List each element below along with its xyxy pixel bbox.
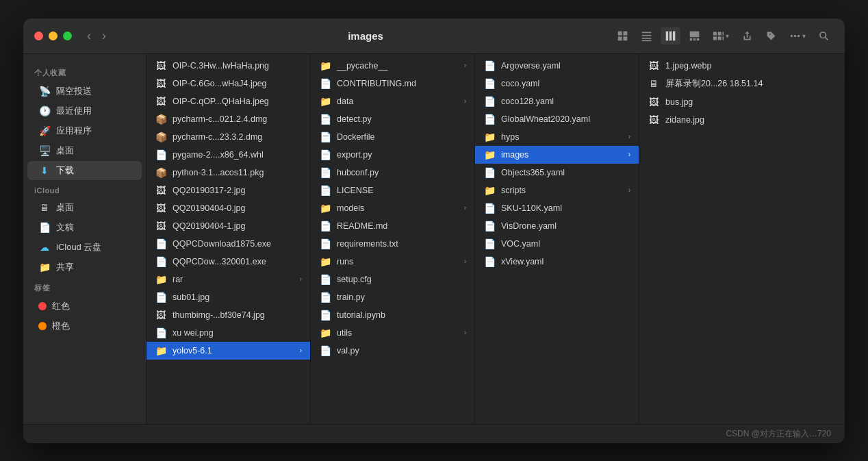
file-item[interactable]: 📄hubconf.py [311, 164, 474, 182]
file-item[interactable]: 📁scripts› [475, 182, 639, 199]
sidebar-item-desktop[interactable]: 🖥️ 桌面 [27, 141, 142, 160]
file-item[interactable]: 🖼QQ20190317-2.jpg [146, 182, 310, 199]
chevron-icon: › [300, 347, 302, 354]
chevron-icon: › [628, 151, 630, 158]
file-item[interactable]: 📁models› [311, 199, 474, 217]
shared-icon: 📁 [38, 262, 51, 273]
back-button[interactable]: ‹ [83, 28, 95, 43]
svg-rect-3 [623, 36, 627, 40]
yaml-icon: 📄 [483, 96, 496, 107]
file-item[interactable]: 📄xView.yaml [475, 253, 639, 271]
file-item[interactable]: 🖼QQ20190404-0.jpg [146, 199, 310, 217]
sidebar-item-docs[interactable]: 📄 文稿 [27, 218, 142, 237]
file-item[interactable]: 📁__pycache__› [311, 57, 474, 75]
sidebar-item-icloud-desktop[interactable]: 🖥 桌面 [27, 198, 142, 217]
file-item[interactable]: 🖼OIP-C.qOP...QHaHa.jpeg [146, 92, 310, 110]
file-item[interactable]: 📄sub01.jpg [146, 288, 310, 306]
folder-icon: 📁 [319, 60, 331, 71]
sidebar-item-airdrop[interactable]: 📡 隔空投送 [27, 82, 142, 101]
file-item[interactable]: 📦python-3.1...acos11.pkg [146, 164, 310, 182]
sidebar-item-icloud-drive[interactable]: ☁ iCloud 云盘 [27, 238, 142, 257]
tag-orange-dot [38, 322, 47, 330]
dmg-icon: 📦 [155, 132, 167, 142]
maximize-button[interactable] [63, 32, 72, 40]
file-item[interactable]: 🖼bus.jpg [639, 93, 845, 111]
share-icon[interactable] [737, 27, 757, 45]
footer-bar: CSDN @对方正在输入…720 [23, 424, 845, 443]
file-item[interactable]: 📄QQPCDownload1875.exe [146, 235, 310, 253]
file-item[interactable]: 📄VisDrone.yaml [475, 217, 639, 235]
sidebar-label-apps: 应用程序 [56, 125, 92, 137]
file-item[interactable]: 🖼zidane.jpg [639, 111, 845, 129]
file-item[interactable]: 📄SKU-110K.yaml [475, 199, 639, 217]
sidebar-item-tag-orange[interactable]: 橙色 [27, 316, 142, 336]
sidebar-label-desktop: 桌面 [56, 145, 74, 157]
file-column-1: 🖼OIP-C.3Hw...lwHaHa.png 🖼OIP-C.6Go...wHa… [146, 54, 311, 424]
sidebar-item-recents[interactable]: 🕐 最近使用 [27, 101, 142, 121]
more-icon[interactable]: ▾ [785, 27, 810, 45]
file-item[interactable]: 📄README.md [311, 217, 474, 235]
file-item[interactable]: 📁hyps› [475, 128, 639, 146]
file-item[interactable]: 📄export.py [311, 146, 474, 164]
downloads-icon: ⬇ [38, 165, 51, 176]
image-icon: 🖼 [155, 221, 167, 232]
py-icon: 📄 [319, 345, 331, 356]
file-item[interactable]: 🖥屏幕录制20...26 18.51.14 [639, 75, 845, 93]
file-item[interactable]: 📄LICENSE [311, 182, 474, 199]
file-item[interactable]: 📄QQPCDow...320001.exe [146, 253, 310, 271]
folder-icon: 📁 [155, 345, 167, 356]
minimize-button[interactable] [49, 32, 58, 40]
file-item[interactable]: 📄setup.cfg [311, 271, 474, 288]
file-item[interactable]: 📄Argoverse.yaml [475, 57, 639, 75]
search-icon[interactable] [814, 27, 834, 45]
file-item[interactable]: 📄CONTRIBUTING.md [311, 75, 474, 92]
file-item[interactable]: 📁runs› [311, 253, 474, 271]
file-item[interactable]: 📄GlobalWheat2020.yaml [475, 110, 639, 128]
file-item-data[interactable]: 📁data› [311, 92, 474, 110]
titlebar: ‹ › images ▾ [23, 18, 845, 54]
svg-line-25 [826, 37, 828, 40]
file-item[interactable]: 📄coco.yaml [475, 75, 639, 92]
sidebar-item-apps[interactable]: 🚀 应用程序 [27, 121, 142, 140]
sidebar-item-shared[interactable]: 📁 共享 [27, 258, 142, 277]
group-icon[interactable]: ▾ [709, 27, 733, 45]
file-item[interactable]: 🖼thumbimg-...bf30e74.jpg [146, 306, 310, 324]
apps-icon: 🚀 [38, 125, 51, 136]
forward-button[interactable]: › [98, 28, 110, 43]
file-item-images[interactable]: 📁images› [475, 146, 639, 164]
file-item-yolov5[interactable]: 📁yolov5-6.1› [146, 342, 310, 360]
file-item[interactable]: 🖼OIP-C.6Go...wHaJ4.jpeg [146, 75, 310, 92]
file-item[interactable]: 📄Dockerfile [311, 128, 474, 146]
image-icon: 🖼 [648, 114, 660, 125]
list-view-icon[interactable] [637, 27, 656, 45]
file-item[interactable]: 📄xu wei.png [146, 324, 310, 342]
file-item[interactable]: 📄requirements.txt [311, 235, 474, 253]
sidebar-item-downloads[interactable]: ⬇ 下载 [27, 161, 142, 180]
file-item[interactable]: 📄val.py [311, 342, 474, 360]
file-item[interactable]: 📄detect.py [311, 110, 474, 128]
finder-window: ‹ › images ▾ [23, 18, 845, 443]
file-item[interactable]: 📄tutorial.ipynb [311, 306, 474, 324]
sidebar-item-tag-red[interactable]: 红色 [27, 297, 142, 316]
file-item[interactable]: 🖼OIP-C.3Hw...lwHaHa.png [146, 57, 310, 75]
file-item[interactable]: 📦pycharm-c...23.3.2.dmg [146, 128, 310, 146]
file-item[interactable]: 🖼QQ20190404-1.jpg [146, 217, 310, 235]
file-item[interactable]: 📁utils› [311, 324, 474, 342]
file-item[interactable]: 📁rar› [146, 271, 310, 288]
svg-point-23 [797, 34, 800, 36]
sidebar-label-tag-orange: 橙色 [52, 320, 70, 332]
file-item[interactable]: 🖼1.jpeg.webp [639, 57, 845, 75]
file-item[interactable]: 📄pygame-2....x86_64.whl [146, 146, 310, 164]
file-item[interactable]: 📄VOC.yaml [475, 235, 639, 253]
file-item[interactable]: 📦pycharm-c...021.2.4.dmg [146, 110, 310, 128]
column-view-icon[interactable] [661, 27, 680, 45]
grid-view-icon[interactable] [613, 27, 633, 45]
svg-rect-1 [623, 31, 627, 35]
tag-icon[interactable] [761, 27, 781, 45]
gallery-view-icon[interactable] [685, 27, 704, 45]
yaml-icon: 📄 [483, 60, 496, 71]
file-item[interactable]: 📄coco128.yaml [475, 92, 639, 110]
close-button[interactable] [34, 32, 43, 40]
file-item[interactable]: 📄train.py [311, 288, 474, 306]
file-item[interactable]: 📄Objects365.yaml [475, 164, 639, 182]
